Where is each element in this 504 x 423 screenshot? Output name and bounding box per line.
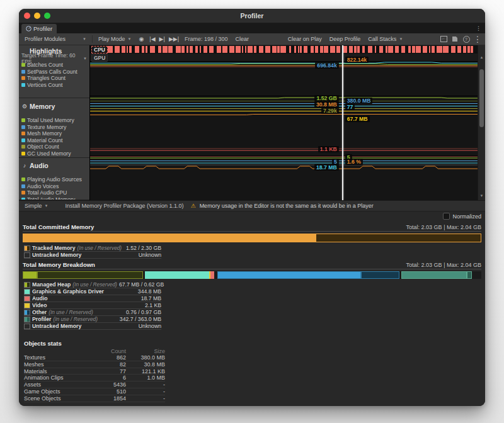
object-size: - <box>126 388 165 395</box>
module-title: Memory <box>30 103 55 110</box>
normalized-checkbox[interactable] <box>443 213 450 220</box>
scrollbar-thumb[interactable] <box>479 69 484 127</box>
table-row: Scene Objects 1854 - <box>24 395 165 402</box>
section-title: Total Committed Memory <box>23 223 94 230</box>
object-type: Game Objects <box>24 388 93 395</box>
legend-row: Audio 18.7 MB <box>24 295 161 302</box>
module-icon: ⚙ <box>21 103 28 110</box>
toolbar-context-menu-button[interactable]: ⋮ <box>472 35 483 43</box>
legend-label: Untracked Memory <box>32 323 81 329</box>
table-row: Materials 77 121.1 KB <box>24 368 165 375</box>
save-profile-button[interactable] <box>450 35 460 43</box>
chart-plot-area[interactable]: CPU GPU <box>90 45 478 200</box>
legend-item[interactable]: SetPass Calls Count <box>21 69 87 76</box>
scroll-down-icon[interactable]: ▼ <box>478 193 485 199</box>
total-committed-memory-bar[interactable] <box>23 234 481 242</box>
legend-item[interactable]: Total Used Memory <box>21 117 87 124</box>
module-icon: ♪ <box>21 162 28 169</box>
deep-profile-toggle[interactable]: Deep Profile <box>326 34 364 44</box>
profiler-modules-dropdown[interactable]: Profiler Modules ▼ <box>21 34 89 44</box>
legend-item[interactable]: Total Audio CPU <box>21 189 87 196</box>
legend-swatch <box>21 63 25 67</box>
objects-stats: Objects stats Count Size Textures 862 38… <box>24 340 165 406</box>
frame-value-chip: 822.14k <box>345 57 369 63</box>
legend-swatch <box>21 70 25 74</box>
legend-value: 67.7 MB / 0.62 GB <box>119 281 164 288</box>
object-count: 5436 <box>93 381 126 388</box>
memory-segment[interactable] <box>217 271 362 279</box>
legend-item[interactable]: Mesh Memory <box>21 130 87 137</box>
previous-frame-button[interactable]: |◀ <box>148 34 156 44</box>
legend-value: 344.8 MB <box>138 288 161 295</box>
call-stacks-dropdown[interactable]: Call Stacks ▼ <box>365 34 406 44</box>
legend-suffix: (In use / Reserved) <box>77 245 122 251</box>
legend-label: Untracked Memory <box>32 252 81 258</box>
module-block[interactable]: ♪ Audio Playing Audio Sources <box>19 158 89 200</box>
legend-swatch <box>21 191 25 195</box>
object-type: Assets <box>24 381 93 388</box>
legend-swatch <box>21 83 25 87</box>
tab-profiler[interactable]: Profiler <box>21 24 57 33</box>
load-profile-button[interactable]: ← <box>438 35 449 43</box>
legend-swatch <box>24 245 30 251</box>
legend-row: Video 2.1 KB <box>24 302 161 309</box>
legend-row: Graphics & Graphics Driver 344.8 MB <box>24 288 161 295</box>
legend-swatch <box>21 138 25 142</box>
legend-item[interactable]: Vertices Count <box>21 82 87 89</box>
clear-on-play-toggle[interactable]: Clear on Play <box>285 34 325 44</box>
profiler-gauge-icon <box>26 26 32 31</box>
memory-segment[interactable] <box>145 271 209 279</box>
object-size: 1.0 MB <box>126 375 165 381</box>
next-frame-button[interactable]: ▶| <box>158 34 166 44</box>
memory-segment[interactable] <box>361 271 399 279</box>
legend-item[interactable]: Material Count <box>21 137 87 144</box>
legend-item[interactable]: Texture Memory <box>21 124 87 131</box>
legend-item[interactable]: Audio Voices <box>21 183 87 190</box>
cpu-track-label[interactable]: CPU <box>91 46 108 54</box>
legend-item[interactable]: GC Used Memory <box>21 150 87 157</box>
legend-value: 1.52 / 2.30 GB <box>126 245 161 251</box>
charts-scrollbar[interactable]: ▲ ▼ <box>478 45 485 200</box>
module-block[interactable]: Highlights Target Frame Time: 60 FPS ▼ B… <box>19 45 89 98</box>
scroll-up-icon[interactable]: ▲ <box>478 54 485 60</box>
normalized-row: Normalized <box>23 212 481 221</box>
breakdown-totals: Total: 2.03 GB | Max: 2.04 GB <box>406 262 481 268</box>
legend-item[interactable]: Triangles Count <box>21 75 87 82</box>
module-block[interactable]: ⚙ Memory Total Used Memory <box>19 98 89 158</box>
chevron-down-icon: ▼ <box>128 37 132 41</box>
breakdown-legend: Managed Heap (In use / Reserved) 67.7 MB… <box>24 281 161 330</box>
install-memory-profiler-button[interactable]: Install Memory Profiler Package (Version… <box>62 201 186 211</box>
help-button[interactable]: ? <box>461 35 471 43</box>
legend-label: Total Audio CPU <box>27 189 67 196</box>
legend-item[interactable]: Playing Audio Sources <box>21 176 87 183</box>
legend-swatch <box>24 289 30 295</box>
memory-segment[interactable] <box>472 271 478 279</box>
memory-segment[interactable] <box>23 271 37 279</box>
committed-totals: Total: 2.03 GB | Max: 2.04 GB <box>406 224 481 230</box>
detail-view-mode-dropdown[interactable]: Simple ▼ <box>21 201 51 211</box>
tab-label: Profiler <box>33 25 52 32</box>
selected-frame-line[interactable] <box>342 45 343 200</box>
legend-item[interactable]: Object Count <box>21 144 87 150</box>
play-mode-dropdown[interactable]: Play Mode ▼ <box>95 34 134 44</box>
tabbar-context-menu-icon[interactable]: ⋮ <box>476 25 481 31</box>
gpu-track-label[interactable]: GPU <box>91 54 108 62</box>
legend-swatch <box>24 310 30 315</box>
legend-item[interactable]: Total Audio Memory <box>21 196 87 201</box>
legend-value: 342.7 / 363.0 MB <box>120 316 161 322</box>
object-count: 510 <box>93 388 126 395</box>
legend-label: Audio Voices <box>27 183 59 189</box>
memory-segment[interactable] <box>467 271 472 279</box>
record-button[interactable]: ◉ <box>135 34 147 44</box>
legend-swatch <box>21 145 25 149</box>
toolbar-separator <box>56 202 57 210</box>
current-frame-button[interactable]: ▶▶| <box>168 34 180 44</box>
legend-label: Tracked Memory <box>32 245 76 251</box>
legend-swatch <box>24 324 30 329</box>
legend-swatch <box>24 282 30 288</box>
memory-segment[interactable] <box>37 271 143 279</box>
charts-region: Highlights Target Frame Time: 60 FPS ▼ B… <box>19 45 485 200</box>
profiler-toolbar: Profiler Modules ▼ Play Mode ▼ ◉ |◀ ▶| ▶… <box>19 33 485 45</box>
clear-button[interactable]: Clear <box>232 34 253 44</box>
memory-segment[interactable] <box>401 271 467 279</box>
